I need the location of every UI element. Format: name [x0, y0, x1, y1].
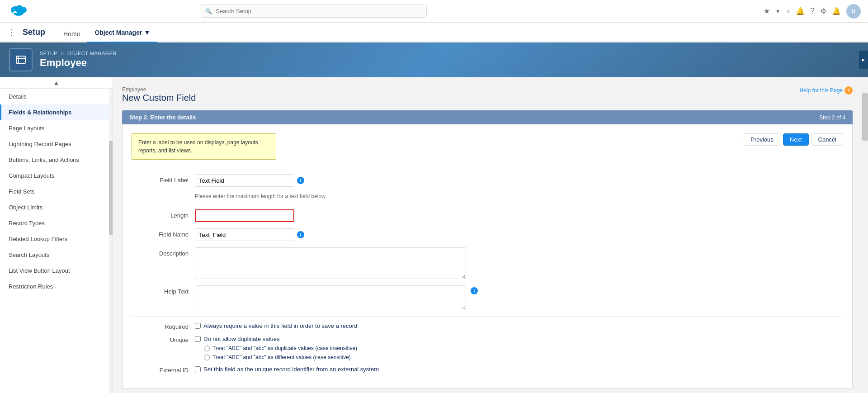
breadcrumb-separator: > — [61, 51, 64, 56]
help-text-label: Help Text — [132, 285, 195, 295]
dropdown-icon[interactable]: ▼ — [775, 8, 781, 14]
cancel-button[interactable]: Cancel — [811, 133, 843, 146]
length-row: Length — [132, 209, 843, 222]
sidebar-item-list-view-button-layout[interactable]: List View Button Layout — [0, 263, 113, 279]
bell-icon[interactable]: 🔔 — [796, 7, 805, 15]
scroll-up-button[interactable]: ▲ — [53, 79, 60, 86]
required-checkbox-item: Always require a value in this field in … — [195, 322, 843, 329]
field-name-field: i — [195, 228, 843, 241]
sidebar: ▲ Details Fields & Relationships Page La… — [0, 77, 113, 393]
search-input[interactable] — [201, 5, 427, 18]
page-title-row: Employee New Custom Field Help for this … — [122, 86, 853, 103]
unique-radio1[interactable] — [204, 346, 210, 351]
divider — [132, 317, 843, 317]
tab-home[interactable]: Home — [56, 30, 87, 43]
help-text-textarea[interactable] — [195, 285, 466, 310]
length-note-row: Please enter the maximum length for a te… — [132, 193, 843, 203]
required-checkbox[interactable] — [195, 323, 201, 329]
external-id-checkbox[interactable] — [195, 366, 201, 372]
salesforce-logo[interactable]: ☁ — [7, 2, 25, 20]
unique-radio1-item: Treat "ABC" and "abc" as duplicate value… — [204, 345, 843, 351]
field-label-field: i — [195, 174, 843, 187]
sidebar-item-field-sets[interactable]: Field Sets — [0, 184, 113, 199]
sidebar-scrollbar[interactable] — [109, 77, 113, 393]
field-label-label: Field Label — [132, 174, 195, 184]
length-input[interactable] — [195, 209, 294, 222]
sidebar-item-lightning-record-pages[interactable]: Lightning Record Pages — [0, 136, 113, 152]
expand-button[interactable]: ▸ — [859, 51, 868, 69]
sidebar-item-object-limits[interactable]: Object Limits — [0, 199, 113, 215]
sidebar-scrollbar-thumb — [109, 141, 113, 236]
content-scrollbar[interactable] — [862, 77, 868, 393]
required-row: Required Always require a value in this … — [132, 322, 843, 330]
required-field: Always require a value in this field in … — [195, 322, 843, 329]
sidebar-item-record-types[interactable]: Record Types — [0, 215, 113, 231]
description-textarea[interactable] — [195, 247, 466, 279]
unique-radio1-label: Treat "ABC" and "abc" as duplicate value… — [212, 345, 357, 351]
main-layout: ▲ Details Fields & Relationships Page La… — [0, 77, 868, 393]
tab-object-manager[interactable]: Object Manager ▼ — [87, 29, 157, 43]
unique-row: Unique Do not allow duplicate values Tre… — [132, 336, 843, 360]
field-label-row: Field Label i — [132, 174, 843, 187]
star-icon[interactable]: ★ — [764, 7, 770, 15]
page-title-left: Employee New Custom Field — [122, 86, 196, 103]
step-label: Step 2. Enter the details — [129, 114, 196, 121]
previous-button[interactable]: Previous — [744, 133, 780, 146]
sidebar-item-compact-layouts[interactable]: Compact Layouts — [0, 168, 113, 184]
help-link[interactable]: Help for this Page ? — [800, 86, 853, 95]
unique-radio2[interactable] — [204, 355, 210, 360]
unique-checkbox-label: Do not allow duplicate values — [203, 336, 279, 342]
step-count: Step 2 of 4 — [819, 114, 845, 121]
grid-icon[interactable]: ⋮ — [7, 27, 15, 37]
field-name-input[interactable] — [195, 228, 294, 241]
external-id-field: Set this field as the unique record iden… — [195, 366, 843, 373]
notification-icon[interactable]: 🔔 — [832, 7, 841, 15]
field-label-info-icon[interactable]: i — [297, 177, 304, 184]
dropdown-chevron-icon: ▼ — [144, 29, 150, 36]
field-name-label: Field Name — [132, 228, 195, 238]
context-label: Employee — [122, 86, 196, 93]
required-label: Required — [132, 322, 195, 330]
external-id-checkbox-label: Set this field as the unique record iden… — [203, 366, 379, 373]
sidebar-item-restriction-rules[interactable]: Restriction Rules — [0, 279, 113, 294]
sidebar-item-details[interactable]: Details — [0, 89, 113, 104]
unique-checkbox[interactable] — [195, 336, 201, 342]
sidebar-item-search-layouts[interactable]: Search Layouts — [0, 247, 113, 263]
sidebar-item-page-layouts[interactable]: Page Layouts — [0, 120, 113, 136]
external-id-checkbox-item: Set this field as the unique record iden… — [195, 366, 843, 373]
description-row: Description — [132, 247, 843, 279]
help-icon[interactable]: ? — [810, 6, 815, 16]
content-scrollbar-thumb — [862, 93, 868, 141]
unique-checkbox-item: Do not allow duplicate values — [195, 336, 843, 342]
page-title: New Custom Field — [122, 93, 196, 103]
object-header-text: SETUP > OBJECT MANAGER Employee — [40, 51, 117, 69]
setup-title: Setup — [23, 28, 45, 37]
top-nav: ☁ 🔍 ★ ▼ + 🔔 ? ⚙ 🔔 U — [0, 0, 868, 23]
breadcrumb-object-manager[interactable]: OBJECT MANAGER — [67, 51, 117, 56]
object-header: SETUP > OBJECT MANAGER Employee ▸ — [0, 43, 868, 77]
nav-tabs: Home Object Manager ▼ — [56, 22, 157, 42]
length-label: Length — [132, 209, 195, 219]
avatar[interactable]: U — [846, 4, 861, 19]
step-banner: Step 2. Enter the details Step 2 of 4 — [122, 110, 853, 124]
add-icon[interactable]: + — [786, 7, 790, 15]
sidebar-item-buttons-links[interactable]: Buttons, Links, and Actions — [0, 152, 113, 168]
field-label-input[interactable] — [195, 174, 294, 187]
content-area: Employee New Custom Field Help for this … — [113, 77, 862, 393]
gear-icon[interactable]: ⚙ — [820, 7, 826, 15]
next-button[interactable]: Next — [783, 133, 809, 146]
svg-rect-5 — [16, 56, 25, 63]
help-text-info-icon[interactable]: i — [471, 287, 478, 294]
unique-field: Do not allow duplicate values Treat "ABC… — [195, 336, 843, 360]
breadcrumb-setup[interactable]: SETUP — [40, 51, 57, 56]
action-row: Previous Next Cancel — [744, 133, 843, 146]
sidebar-item-fields[interactable]: Fields & Relationships — [0, 104, 113, 120]
breadcrumb: SETUP > OBJECT MANAGER — [40, 51, 117, 56]
help-text-field: i — [195, 285, 843, 310]
length-note-spacer — [132, 197, 195, 199]
sidebar-item-related-lookup-filters[interactable]: Related Lookup Filters — [0, 231, 113, 247]
tooltip-box: Enter a label to be used on displays, pa… — [132, 133, 276, 160]
top-nav-right: ★ ▼ + 🔔 ? ⚙ 🔔 U — [764, 4, 861, 19]
field-name-info-icon[interactable]: i — [297, 231, 304, 238]
object-icon — [9, 48, 33, 71]
